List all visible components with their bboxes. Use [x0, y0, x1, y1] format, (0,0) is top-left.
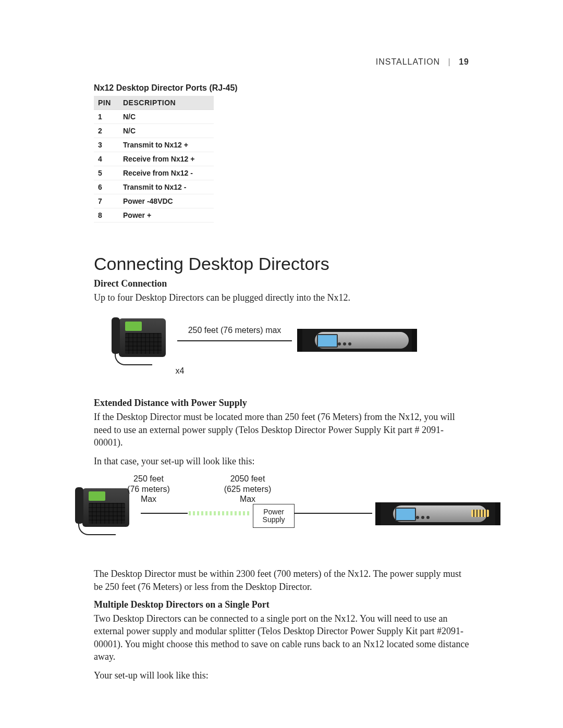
header-section: INSTALLATION: [376, 57, 440, 66]
multi-p1: Two Desktop Directors can be connected t…: [94, 612, 469, 663]
direct-connection-heading: Direct Connection: [94, 278, 469, 289]
pin-table-col-pin: Pin: [94, 96, 119, 110]
content: Nx12 Desktop Director Ports (RJ-45) Pin …: [94, 83, 469, 682]
cable-line: [141, 513, 188, 514]
table-row: 4Receive from Nx12 +: [94, 152, 214, 166]
multi-port-heading: Multiple Desktop Directors on a Single P…: [94, 599, 469, 610]
section-heading: Connecting Desktop Directors: [94, 254, 469, 274]
cable-line: [294, 513, 372, 514]
diagram-direct-connection: 250 feet (76 meters) max x4: [104, 314, 469, 382]
diagram1-distance-label: 250 feet (76 meters) max: [182, 326, 287, 335]
direct-connection-paragraph: Up to four Desktop Directors can be plug…: [94, 291, 469, 304]
pin-table: Pin Description 1N/C 2N/C 3Transmit to N…: [94, 96, 214, 223]
diagram1-count-label: x4: [172, 366, 188, 376]
page: INSTALLATION | 19 Nx12 Desktop Director …: [0, 0, 563, 728]
power-supply-box: Power Supply: [253, 504, 295, 528]
table-row: 1N/C: [94, 110, 214, 124]
table-row: 3Transmit to Nx12 +: [94, 138, 214, 152]
extended-p1: If the Desktop Director must be located …: [94, 411, 469, 449]
rack-unit-icon: [375, 502, 500, 525]
header-page-number: 19: [459, 57, 469, 66]
phone-icon: [104, 314, 172, 366]
page-header: INSTALLATION | 19: [376, 57, 469, 67]
rack-unit-icon: [297, 329, 417, 352]
extended-distance-heading: Extended Distance with Power Supply: [94, 398, 469, 409]
cable-dotted: [189, 511, 251, 515]
table-row: 8Power +: [94, 208, 214, 223]
header-divider: |: [448, 57, 451, 67]
diagram2-right-label: 2050 feet (625 meters) Max: [214, 474, 282, 504]
table-row: 2N/C: [94, 124, 214, 138]
diagram-extended-distance: 250 feet (76 meters) Max 2050 feet (625 …: [68, 474, 495, 547]
after-d2-p1: The Desktop Director must be within 2300…: [94, 567, 469, 593]
cable-line: [177, 340, 292, 341]
multi-p2: Your set-up will look like this:: [94, 669, 469, 682]
table-row: 6Transmit to Nx12 -: [94, 180, 214, 194]
table-row: 7Power -48VDC: [94, 194, 214, 208]
pin-table-title: Nx12 Desktop Director Ports (RJ-45): [94, 83, 469, 93]
extended-p2: In that case, your set-up will look like…: [94, 455, 469, 467]
pin-table-col-desc: Description: [119, 96, 214, 110]
diagram2-left-label: 250 feet (76 meters) Max: [115, 474, 182, 504]
table-row: 5Receive from Nx12 -: [94, 166, 214, 180]
